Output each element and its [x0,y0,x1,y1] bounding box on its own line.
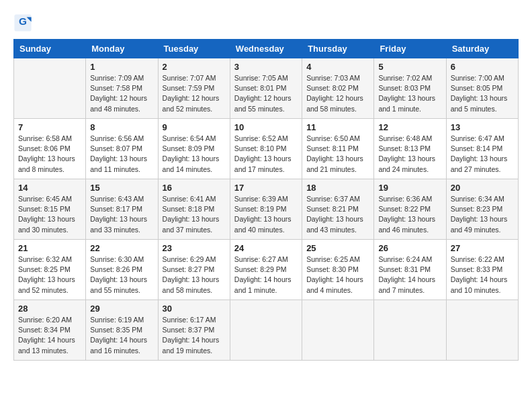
calendar-cell: 7Sunrise: 6:58 AM Sunset: 8:06 PM Daylig… [14,119,86,179]
day-number: 5 [378,62,441,72]
calendar-cell: 15Sunrise: 6:43 AM Sunset: 8:17 PM Dayli… [86,179,158,240]
day-number: 2 [163,62,226,72]
day-number: 18 [306,183,369,193]
day-info: Sunrise: 6:50 AM Sunset: 8:11 PM Dayligh… [306,134,369,175]
day-number: 19 [378,183,441,193]
calendar-cell: 18Sunrise: 6:37 AM Sunset: 8:21 PM Dayli… [302,179,374,240]
calendar-cell: 28Sunrise: 6:20 AM Sunset: 8:34 PM Dayli… [14,300,86,361]
calendar-cell: 9Sunrise: 6:54 AM Sunset: 8:09 PM Daylig… [158,119,230,179]
day-number: 11 [306,122,369,132]
calendar-cell: 11Sunrise: 6:50 AM Sunset: 8:11 PM Dayli… [302,119,374,179]
calendar-cell: 22Sunrise: 6:30 AM Sunset: 8:26 PM Dayli… [86,240,158,300]
calendar-cell: 14Sunrise: 6:45 AM Sunset: 8:15 PM Dayli… [14,179,86,240]
calendar-cell: 6Sunrise: 7:00 AM Sunset: 8:05 PM Daylig… [446,58,518,119]
day-number: 28 [18,304,81,314]
day-info: Sunrise: 6:29 AM Sunset: 8:27 PM Dayligh… [163,255,226,295]
weekday-header: Monday [86,40,158,58]
day-number: 10 [234,122,298,132]
day-info: Sunrise: 7:09 AM Sunset: 7:58 PM Dayligh… [90,73,153,114]
day-info: Sunrise: 6:24 AM Sunset: 8:31 PM Dayligh… [378,255,441,295]
day-info: Sunrise: 6:52 AM Sunset: 8:10 PM Dayligh… [234,134,298,175]
calendar-cell: 10Sunrise: 6:52 AM Sunset: 8:10 PM Dayli… [230,119,302,179]
day-number: 14 [18,183,81,193]
calendar-cell: 29Sunrise: 6:19 AM Sunset: 8:35 PM Dayli… [86,300,158,361]
day-number: 23 [163,243,226,253]
day-number: 16 [163,183,226,193]
day-info: Sunrise: 6:47 AM Sunset: 8:14 PM Dayligh… [451,134,514,175]
calendar-week-row: 14Sunrise: 6:45 AM Sunset: 8:15 PM Dayli… [14,179,519,240]
day-number: 29 [90,304,153,314]
weekday-header: Tuesday [158,40,230,58]
day-info: Sunrise: 7:00 AM Sunset: 8:05 PM Dayligh… [451,73,514,114]
day-info: Sunrise: 7:02 AM Sunset: 8:03 PM Dayligh… [378,73,441,114]
day-number: 3 [234,62,298,72]
day-number: 8 [90,122,153,132]
day-number: 20 [451,183,514,193]
day-info: Sunrise: 6:30 AM Sunset: 8:26 PM Dayligh… [90,255,153,295]
calendar-cell: 1Sunrise: 7:09 AM Sunset: 7:58 PM Daylig… [86,58,158,119]
day-number: 7 [18,122,81,132]
calendar-cell: 23Sunrise: 6:29 AM Sunset: 8:27 PM Dayli… [158,240,230,300]
day-info: Sunrise: 6:32 AM Sunset: 8:25 PM Dayligh… [18,255,81,295]
logo-icon: G [13,13,32,32]
day-info: Sunrise: 6:41 AM Sunset: 8:18 PM Dayligh… [163,194,226,235]
calendar-cell [302,300,374,361]
calendar-cell: 3Sunrise: 7:05 AM Sunset: 8:01 PM Daylig… [230,58,302,119]
day-info: Sunrise: 6:36 AM Sunset: 8:22 PM Dayligh… [378,194,441,235]
calendar-cell: 27Sunrise: 6:22 AM Sunset: 8:33 PM Dayli… [446,240,518,300]
day-info: Sunrise: 6:37 AM Sunset: 8:21 PM Dayligh… [306,194,369,235]
calendar-cell: 16Sunrise: 6:41 AM Sunset: 8:18 PM Dayli… [158,179,230,240]
day-info: Sunrise: 6:54 AM Sunset: 8:09 PM Dayligh… [163,134,226,175]
calendar-week-row: 7Sunrise: 6:58 AM Sunset: 8:06 PM Daylig… [14,119,519,179]
day-number: 25 [306,243,369,253]
day-number: 22 [90,243,153,253]
weekday-header: Sunday [14,40,86,58]
day-info: Sunrise: 6:20 AM Sunset: 8:34 PM Dayligh… [18,315,81,356]
calendar-cell: 5Sunrise: 7:02 AM Sunset: 8:03 PM Daylig… [374,58,446,119]
day-number: 6 [451,62,514,72]
calendar-cell: 30Sunrise: 6:17 AM Sunset: 8:37 PM Dayli… [158,300,230,361]
day-number: 26 [378,243,441,253]
day-number: 21 [18,243,81,253]
day-info: Sunrise: 6:17 AM Sunset: 8:37 PM Dayligh… [163,315,226,356]
day-number: 27 [451,243,514,253]
day-info: Sunrise: 6:45 AM Sunset: 8:15 PM Dayligh… [18,194,81,235]
day-info: Sunrise: 7:03 AM Sunset: 8:02 PM Dayligh… [306,73,369,114]
calendar-cell [446,300,518,361]
calendar-table: SundayMondayTuesdayWednesdayThursdayFrid… [13,39,519,361]
day-number: 9 [163,122,226,132]
calendar-week-row: 28Sunrise: 6:20 AM Sunset: 8:34 PM Dayli… [14,300,519,361]
calendar-cell: 19Sunrise: 6:36 AM Sunset: 8:22 PM Dayli… [374,179,446,240]
calendar-cell: 21Sunrise: 6:32 AM Sunset: 8:25 PM Dayli… [14,240,86,300]
page-header: G [13,13,519,32]
day-number: 13 [451,122,514,132]
day-number: 12 [378,122,441,132]
calendar-cell [230,300,302,361]
calendar-cell: 12Sunrise: 6:48 AM Sunset: 8:13 PM Dayli… [374,119,446,179]
calendar-cell: 24Sunrise: 6:27 AM Sunset: 8:29 PM Dayli… [230,240,302,300]
day-info: Sunrise: 6:25 AM Sunset: 8:30 PM Dayligh… [306,255,369,295]
calendar-cell [14,58,86,119]
logo: G [13,13,35,32]
day-number: 1 [90,62,153,72]
calendar-cell: 4Sunrise: 7:03 AM Sunset: 8:02 PM Daylig… [302,58,374,119]
day-info: Sunrise: 6:27 AM Sunset: 8:29 PM Dayligh… [234,255,298,295]
day-info: Sunrise: 6:56 AM Sunset: 8:07 PM Dayligh… [90,134,153,175]
calendar-cell: 26Sunrise: 6:24 AM Sunset: 8:31 PM Dayli… [374,240,446,300]
day-info: Sunrise: 6:58 AM Sunset: 8:06 PM Dayligh… [18,134,81,175]
day-number: 30 [163,304,226,314]
day-info: Sunrise: 6:19 AM Sunset: 8:35 PM Dayligh… [90,315,153,356]
weekday-header-row: SundayMondayTuesdayWednesdayThursdayFrid… [14,40,519,58]
day-number: 24 [234,243,298,253]
calendar-cell: 25Sunrise: 6:25 AM Sunset: 8:30 PM Dayli… [302,240,374,300]
day-info: Sunrise: 6:22 AM Sunset: 8:33 PM Dayligh… [451,255,514,295]
day-info: Sunrise: 6:48 AM Sunset: 8:13 PM Dayligh… [378,134,441,175]
calendar-week-row: 1Sunrise: 7:09 AM Sunset: 7:58 PM Daylig… [14,58,519,119]
svg-text:G: G [19,15,27,27]
day-number: 15 [90,183,153,193]
day-number: 4 [306,62,369,72]
weekday-header: Wednesday [230,40,302,58]
day-info: Sunrise: 6:43 AM Sunset: 8:17 PM Dayligh… [90,194,153,235]
day-info: Sunrise: 6:39 AM Sunset: 8:19 PM Dayligh… [234,194,298,235]
calendar-cell [374,300,446,361]
